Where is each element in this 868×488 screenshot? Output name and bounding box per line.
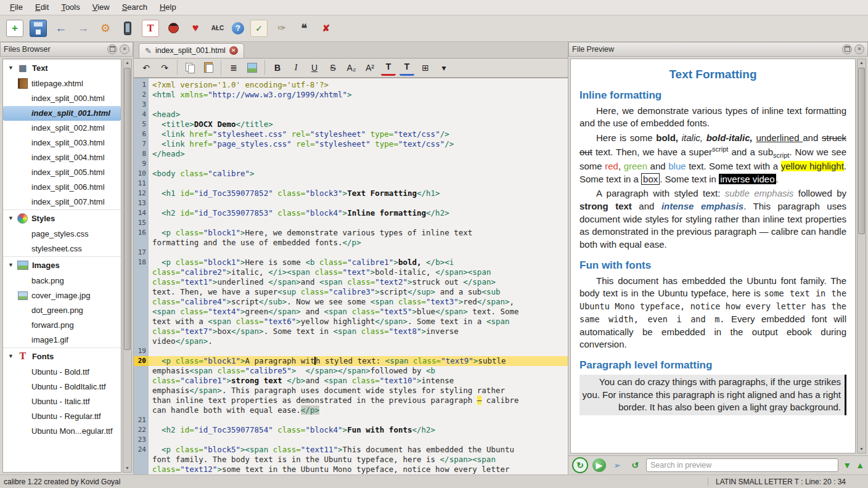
save-icon[interactable] (30, 20, 47, 37)
code-line[interactable]: formatting and the use of embedded fonts… (134, 238, 568, 248)
code-line[interactable]: 6 <link href="stylesheet.css" rel="style… (134, 129, 568, 139)
insert-image-icon[interactable] (245, 60, 260, 75)
code-line[interactable]: 11 (134, 179, 568, 189)
code-line[interactable]: 15 (134, 218, 568, 228)
code-line[interactable]: 24 <p class="block5"><span class="text11… (134, 445, 568, 455)
code-line[interactable]: 20 <p class="block1">A paragraph with st… (134, 356, 568, 366)
beautify-icon[interactable]: ✑ (274, 20, 290, 36)
underline-button[interactable]: U (307, 60, 322, 75)
code-line[interactable]: 17 (134, 248, 568, 258)
float-panel-icon[interactable] (107, 44, 117, 54)
help-icon[interactable]: ? (232, 22, 244, 35)
smarten-punctuation-icon[interactable]: ❝ (296, 20, 312, 36)
forward-icon[interactable]: → (75, 20, 91, 36)
file-item-stylesheet.css[interactable]: stylesheet.css (3, 242, 121, 256)
code-line[interactable]: class="calibre2">italic, </i><span class… (134, 267, 568, 277)
code-line[interactable]: 5 <title>DOCX Demo</title> (134, 120, 568, 129)
menu-edit[interactable]: Edit (29, 1, 55, 14)
tab-index_split_001[interactable]: ✎ index_split_001.html ✕ (139, 43, 244, 58)
undo-icon[interactable]: ↶ (139, 60, 154, 75)
code-line[interactable]: class="text1">underlined </span>and <spa… (134, 277, 568, 287)
file-item-cover_image.jpg[interactable]: cover_image.jpg (3, 288, 121, 303)
menu-view[interactable]: View (86, 1, 116, 14)
code-line[interactable]: <span class="text4">green</span> and <sp… (134, 307, 568, 317)
code-line[interactable]: class="calibre4">script</sub>. Now we se… (134, 297, 568, 307)
close-tab-icon[interactable]: ✕ (229, 46, 238, 55)
remove-unused-icon[interactable]: ✘ (318, 20, 334, 36)
file-item-index_split_005.html[interactable]: index_split_005.html (3, 165, 121, 180)
back-icon[interactable]: ← (53, 20, 69, 36)
code-line[interactable]: emphasis</span>. This paragraph uses doc… (134, 386, 568, 396)
superscript-button[interactable]: A² (362, 60, 377, 75)
refresh-preview-icon[interactable]: ↺ (628, 458, 642, 472)
search-input[interactable] (646, 458, 838, 472)
spellcheck-icon[interactable]: AŁC (210, 20, 226, 36)
code-line[interactable]: 23 (134, 435, 568, 445)
file-item-Ubuntu - BoldItalic.ttf[interactable]: Ubuntu - BoldItalic.ttf (3, 380, 121, 394)
file-item-page_styles.css[interactable]: page_styles.css (3, 227, 121, 242)
code-line[interactable]: 9 (134, 159, 568, 169)
code-line[interactable]: 2<html xmlns="http://www.w3.org/1999/xht… (134, 90, 568, 100)
find-next-icon[interactable]: ▼ (843, 460, 851, 470)
file-item-index_split_004.html[interactable]: index_split_004.html (3, 150, 121, 165)
code-line[interactable]: 16 <p class="block1">Here, we demonstrat… (134, 228, 568, 238)
italic-button[interactable]: I (289, 60, 303, 75)
file-item-Ubuntu - Italic.ttf[interactable]: Ubuntu - Italic.ttf (3, 394, 121, 409)
code-line[interactable]: 10<body class="calibre"> (134, 169, 568, 179)
files-scrollbar[interactable]: ▲ ▼ (123, 59, 132, 473)
close-panel-icon[interactable]: ✕ (854, 44, 864, 54)
code-line[interactable]: text. Then, we have a super<sup class="c… (134, 287, 568, 297)
insert-table-icon[interactable]: ⊞ (418, 60, 433, 75)
file-item-index_split_007.html[interactable]: index_split_007.html (3, 195, 121, 209)
code-line[interactable]: class="calibre1">strong text </b>and <sp… (134, 376, 568, 386)
run-preview-icon[interactable]: ▶ (592, 458, 606, 472)
bold-button[interactable]: B (270, 60, 285, 75)
code-line[interactable]: 19 (134, 346, 568, 356)
code-line[interactable]: 1<?xml version='1.0' encoding='utf-8'?> (134, 80, 568, 90)
menu-help[interactable]: Help (154, 1, 182, 14)
section-text[interactable]: ▼▦Text (3, 59, 121, 76)
scrollbar-thumb[interactable] (124, 68, 131, 350)
check-book-icon[interactable]: ✓ (250, 20, 268, 37)
file-item-dot_green.png[interactable]: dot_green.png (3, 303, 121, 318)
file-item-index_split_006.html[interactable]: index_split_006.html (3, 180, 121, 195)
device-preview-icon[interactable] (120, 20, 136, 36)
scroll-down-icon[interactable]: ▼ (859, 445, 864, 453)
section-images[interactable]: ▼Images (3, 256, 121, 274)
section-styles[interactable]: ▼Styles (3, 209, 121, 227)
file-item-image1.gif[interactable]: image1.gif (3, 333, 121, 348)
code-line[interactable]: video</span>. (134, 336, 568, 346)
code-line[interactable]: 22 <h2 id="id_Toc359077854" class="block… (134, 425, 568, 435)
preview-scrollbar[interactable]: ▲ ▼ (857, 59, 866, 453)
menu-tools[interactable]: Tools (55, 1, 86, 14)
subscript-button[interactable]: A₂ (344, 60, 359, 75)
file-item-Ubuntu - Regular.ttf[interactable]: Ubuntu - Regular.ttf (3, 409, 121, 424)
code-line[interactable]: 7 <link href="page_styles.css" rel="styl… (134, 139, 568, 149)
file-item-forward.png[interactable]: forward.png (3, 318, 121, 333)
code-line[interactable]: 18 <p class="block1">Here is some <b cla… (134, 258, 568, 267)
reload-preview-icon[interactable]: ↻ (572, 457, 588, 473)
code-line[interactable]: 3 (134, 100, 568, 110)
code-line[interactable]: class="text12">some text in the Ubuntu M… (134, 465, 568, 474)
code-line[interactable]: emphasis<span class="calibre5"> </span><… (134, 366, 568, 376)
file-item-index_split_000.html[interactable]: index_split_000.html (3, 91, 121, 106)
paste-icon[interactable] (201, 60, 216, 75)
menu-file[interactable]: File (4, 1, 29, 14)
strikethrough-button[interactable]: S (326, 60, 340, 75)
file-item-index_split_002.html[interactable]: index_split_002.html (3, 121, 121, 136)
insert-tag-icon[interactable]: ≣ (226, 60, 241, 75)
code-editor[interactable]: 1<?xml version='1.0' encoding='utf-8'?>2… (134, 78, 568, 474)
code-line[interactable]: text with a <span class="text6">yellow h… (134, 317, 568, 327)
code-line[interactable]: font family. The body text is in the Ubu… (134, 455, 568, 465)
code-line[interactable]: 14 <h2 id="id_Toc359077853" class="block… (134, 208, 568, 218)
scroll-up-icon[interactable]: ▲ (125, 59, 129, 67)
sync-preview-icon[interactable]: ➢ (610, 458, 624, 472)
code-line[interactable]: 13 (134, 198, 568, 208)
scroll-up-icon[interactable]: ▲ (859, 59, 864, 67)
float-panel-icon[interactable] (842, 44, 852, 54)
file-item-Ubuntu - Bold.ttf[interactable]: Ubuntu - Bold.ttf (3, 365, 121, 380)
file-item-titlepage.xhtml[interactable]: titlepage.xhtml (3, 76, 121, 91)
file-item-index_split_001.html[interactable]: index_split_001.html (3, 106, 121, 121)
code-line[interactable]: than inline text properties as demonstra… (134, 396, 568, 405)
new-file-icon[interactable]: + (6, 20, 23, 37)
